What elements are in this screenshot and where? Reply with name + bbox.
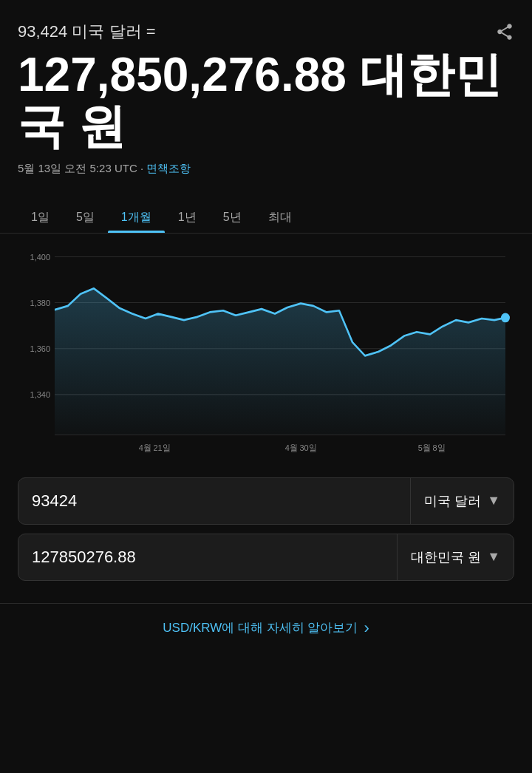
krw-chevron-icon: ▼	[487, 549, 500, 565]
tab-5day[interactable]: 5일	[63, 202, 108, 233]
usd-converter-row: 미국 달러 ▼	[18, 477, 514, 525]
svg-point-10	[501, 313, 510, 322]
learn-more-section: USD/KRW에 대해 자세히 알아보기 ›	[0, 603, 532, 653]
svg-text:1,340: 1,340	[30, 390, 50, 399]
krw-currency-selector[interactable]: 대한민국 원 ▼	[397, 534, 514, 580]
usd-currency-selector[interactable]: 미국 달러 ▼	[410, 478, 514, 524]
subtitle: 93,424 미국 달러 =	[18, 21, 514, 43]
header-section: 93,424 미국 달러 = 127,850,276.88 대한민국 원 5월 …	[0, 0, 532, 202]
tab-max[interactable]: 최대	[255, 202, 305, 233]
chart-svg: 1,400 1,380 1,360 1,340 4월 21일 4월 30일 5월…	[18, 241, 514, 463]
learn-more-text: USD/KRW에 대해 자세히 알아보기	[163, 619, 358, 636]
usd-input[interactable]	[18, 491, 410, 511]
krw-converter-row: 대한민국 원 ▼	[18, 534, 514, 581]
learn-more-chevron: ›	[364, 619, 369, 638]
share-icon[interactable]	[495, 22, 514, 46]
tab-1month[interactable]: 1개월	[108, 202, 165, 233]
svg-text:4월 30일: 4월 30일	[285, 443, 317, 452]
converters-section: 미국 달러 ▼ 대한민국 원 ▼	[0, 463, 532, 596]
tab-5year[interactable]: 5년	[210, 202, 255, 233]
timestamp: 5월 13일 오전 5:23 UTC · 면책조항	[18, 162, 514, 176]
svg-text:1,360: 1,360	[30, 344, 50, 353]
svg-text:1,380: 1,380	[30, 298, 50, 307]
krw-currency-label: 대한민국 원	[411, 548, 481, 566]
disclaimer-link[interactable]: 면책조항	[146, 162, 191, 174]
tab-1day[interactable]: 1일	[18, 202, 63, 233]
chart-container: 1,400 1,380 1,360 1,340 4월 21일 4월 30일 5월…	[0, 241, 532, 463]
time-tabs: 1일 5일 1개월 1년 5년 최대	[0, 202, 532, 234]
svg-text:1,400: 1,400	[30, 252, 50, 261]
svg-text:4월 21일: 4월 21일	[139, 443, 171, 452]
svg-text:5월 8일: 5월 8일	[418, 443, 446, 452]
usd-currency-label: 미국 달러	[424, 492, 481, 510]
learn-more-link[interactable]: USD/KRW에 대해 자세히 알아보기 ›	[18, 619, 514, 638]
tab-1year[interactable]: 1년	[165, 202, 210, 233]
krw-input[interactable]	[18, 548, 397, 567]
usd-chevron-icon: ▼	[487, 493, 500, 508]
main-value: 127,850,276.88 대한민국 원	[18, 49, 514, 153]
